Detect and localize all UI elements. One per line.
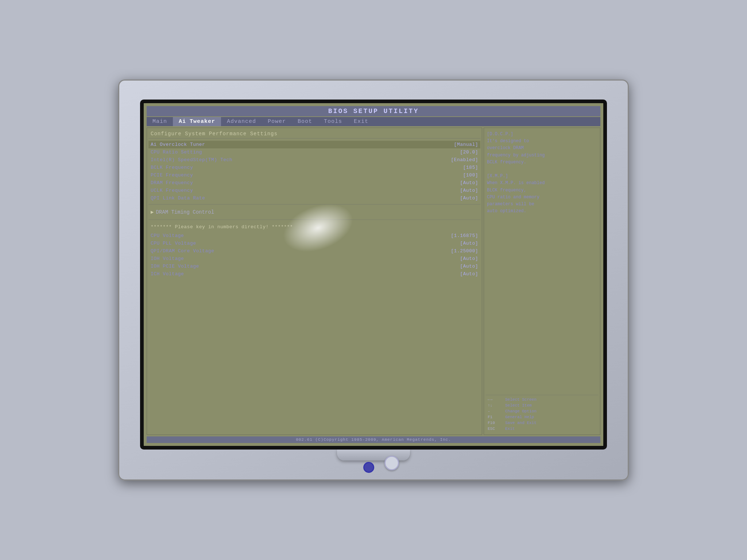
setting-name: IOH Voltage — [151, 256, 460, 261]
bios-container: BIOS SETUP UTILITY Main Ai Tweaker Advan… — [144, 103, 603, 446]
key-name: ←→ — [488, 397, 502, 402]
key-row: ESC Exit — [487, 426, 597, 432]
dram-timing-control[interactable]: ▶ DRAM Timing Control — [148, 207, 480, 217]
notice-text: ******* Please key in numbers directly! … — [148, 222, 480, 232]
key-name: F1 — [488, 415, 502, 419]
setting-value: [Auto] — [460, 241, 478, 246]
setting-name: CPU Voltage — [151, 233, 451, 238]
help-line: auto optimized. — [487, 208, 597, 215]
setting-value: [Auto] — [460, 195, 478, 201]
key-name: ↑↓ — [488, 403, 502, 408]
tab-exit[interactable]: Exit — [348, 117, 374, 126]
tab-power[interactable]: Power — [262, 117, 292, 126]
table-row[interactable]: UCLK Frequency [Auto] — [148, 187, 480, 194]
key-name: - — [488, 409, 502, 413]
key-row: - Change Option — [487, 408, 597, 414]
key-row: F10 Save and Exit — [487, 420, 597, 426]
table-row[interactable]: ICH Voltage [Auto] — [148, 270, 480, 278]
table-row[interactable]: Ai Overclock Tuner [Manual] — [148, 141, 480, 148]
setting-value: [185] — [463, 165, 478, 170]
monitor-stand — [337, 450, 410, 460]
setting-name: PCIE Frequency — [151, 172, 463, 178]
help-line — [487, 166, 597, 173]
help-line: It's designed to — [487, 138, 597, 145]
tab-boot[interactable]: Boot — [292, 117, 318, 126]
setting-name: BCLK Frequency — [151, 165, 463, 170]
tab-ai-tweaker[interactable]: Ai Tweaker — [173, 117, 221, 126]
divider — [148, 204, 480, 205]
key-help: ←→ Select Screen ↑↓ Select Item - Change… — [485, 395, 599, 433]
setting-value: [Enabled] — [451, 157, 478, 163]
help-line: frequency by adjusting — [487, 152, 597, 159]
key-desc: Save and Exit — [505, 421, 537, 425]
setting-value: [1.25000] — [451, 248, 478, 254]
help-line: [X.M.P.] — [487, 173, 597, 180]
footer: 002.61 (C)Copyright 1985-2009, American … — [147, 436, 600, 443]
help-line: BCLK frequency. — [487, 159, 597, 166]
table-row[interactable]: BCLK Frequency [185] — [148, 164, 480, 171]
help-line: BLCK frequency, — [487, 187, 597, 194]
table-row[interactable]: QPI/DRAM Core Voltage [1.25000] — [148, 247, 480, 255]
key-desc: Select Item — [505, 403, 532, 408]
table-row[interactable]: QPI Link Data Rate [Auto] — [148, 194, 480, 202]
help-line: parameters will be — [487, 201, 597, 208]
key-row: ↑↓ Select Item — [487, 402, 597, 408]
setting-value: [Auto] — [460, 271, 478, 277]
setting-name: UCLK Frequency — [151, 188, 460, 193]
setting-value: [Manual] — [454, 142, 478, 147]
monitor-bezel: BIOS SETUP UTILITY Main Ai Tweaker Advan… — [140, 100, 607, 450]
bios-title: BIOS SETUP UTILITY — [147, 106, 600, 116]
tab-advanced[interactable]: Advanced — [221, 117, 262, 126]
setting-value: [Auto] — [460, 264, 478, 269]
help-line: overclock DRAM — [487, 145, 597, 152]
setting-value: [100] — [463, 172, 478, 178]
screen: BIOS SETUP UTILITY Main Ai Tweaker Advan… — [144, 103, 603, 446]
power-button-blue[interactable] — [363, 462, 374, 473]
nav-tabs: Main Ai Tweaker Advanced Power Boot Tool… — [147, 117, 600, 126]
setting-name: CPU Ratio Setting — [151, 149, 460, 155]
monitor: BIOS SETUP UTILITY Main Ai Tweaker Advan… — [118, 79, 629, 481]
setting-name: DRAM Frequency — [151, 180, 460, 186]
left-panel: Configure System Performance Settings Ai… — [147, 128, 482, 435]
table-row[interactable]: Intel(R) SpeedStep(TM) Tech [Enabled] — [148, 156, 480, 164]
table-row[interactable]: CPU Voltage [1.16875] — [148, 232, 480, 240]
key-row: ←→ Select Screen — [487, 397, 597, 402]
submenu-arrow-icon: ▶ — [151, 209, 154, 215]
table-row[interactable]: DRAM Frequency [Auto] — [148, 179, 480, 187]
key-desc: Select Screen — [505, 397, 537, 402]
monitor-button-right[interactable] — [384, 456, 399, 470]
table-row[interactable]: CPU PLL Voltage [Auto] — [148, 240, 480, 247]
main-content: Configure System Performance Settings Ai… — [147, 128, 600, 435]
setting-name: QPI Link Data Rate — [151, 195, 460, 201]
submenu-label: DRAM Timing Control — [156, 209, 214, 215]
help-line: CPU ratio and memory — [487, 194, 597, 201]
setting-name: CPU PLL Voltage — [151, 241, 460, 246]
divider — [148, 219, 480, 220]
setting-name: QPI/DRAM Core Voltage — [151, 248, 451, 254]
help-line: When X.M.P. is enabled — [487, 180, 597, 187]
setting-value: [20.0] — [460, 149, 478, 155]
key-desc: General Help — [505, 415, 534, 419]
table-row[interactable]: CPU Ratio Setting [20.0] — [148, 148, 480, 156]
setting-name: ICH Voltage — [151, 271, 460, 277]
section-header: Configure System Performance Settings — [148, 129, 480, 139]
setting-value: [Auto] — [460, 188, 478, 193]
key-row: F1 General Help — [487, 414, 597, 420]
help-line: [D.O.C.P.] — [487, 131, 597, 138]
key-name: F10 — [488, 421, 502, 425]
tab-tools[interactable]: Tools — [318, 117, 348, 126]
setting-name: IOH PCIE Voltage — [151, 264, 460, 269]
right-panel: [D.O.C.P.] It's designed to overclock DR… — [484, 128, 600, 435]
key-desc: Change Option — [505, 409, 537, 413]
setting-value: [Auto] — [460, 180, 478, 186]
help-text: [D.O.C.P.] It's designed to overclock DR… — [485, 129, 599, 395]
key-name: ESC — [488, 427, 502, 431]
setting-value: [1.16875] — [451, 233, 478, 238]
tab-main[interactable]: Main — [147, 117, 173, 126]
table-row[interactable]: IOH PCIE Voltage [Auto] — [148, 262, 480, 270]
setting-name: Ai Overclock Tuner — [151, 142, 454, 147]
table-row[interactable]: PCIE Frequency [100] — [148, 171, 480, 179]
key-desc: Exit — [505, 427, 515, 431]
setting-value: [Auto] — [460, 256, 478, 261]
table-row[interactable]: IOH Voltage [Auto] — [148, 255, 480, 262]
